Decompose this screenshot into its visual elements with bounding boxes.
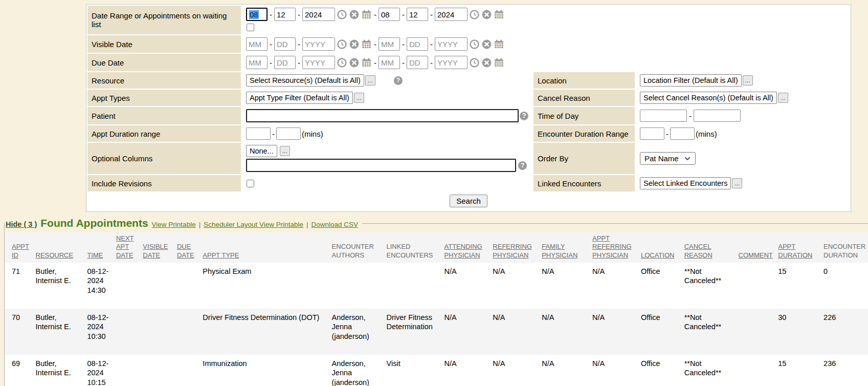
- date-separator: -: [269, 40, 273, 49]
- clock-icon[interactable]: [337, 58, 347, 68]
- due-date-from-mm-input[interactable]: [246, 56, 268, 69]
- optional-columns-more-button[interactable]: ...: [280, 146, 290, 156]
- link-separator: |: [199, 221, 201, 228]
- cell-next-apt-date: [114, 355, 141, 386]
- resource-select-button[interactable]: Select Resource(s) (Default is All): [246, 74, 364, 87]
- optional-columns-button[interactable]: None...: [246, 145, 277, 157]
- location-filter-button[interactable]: Location Filter (Default is All): [640, 74, 742, 87]
- column-header-next-apt-date[interactable]: NEXT APT DATE: [114, 232, 141, 263]
- scheduler-layout-view-printable-link[interactable]: Scheduler Layout View Printable: [204, 221, 303, 228]
- clock-icon[interactable]: [470, 58, 479, 68]
- date-range-to-dd-input[interactable]: [407, 8, 428, 21]
- column-header-attending-physician[interactable]: ATTENDING PHYSICIAN: [442, 232, 491, 263]
- clock-icon[interactable]: [337, 39, 347, 49]
- calendar-icon[interactable]: [494, 39, 504, 49]
- linked-encounters-more-button[interactable]: ...: [732, 178, 742, 188]
- due-date-from-dd-input[interactable]: [274, 56, 296, 69]
- resource-more-button[interactable]: ...: [365, 75, 375, 85]
- help-icon[interactable]: ?: [394, 76, 403, 85]
- column-header-appt-id[interactable]: APPT ID: [5, 232, 34, 263]
- visible-date-from-dd-input[interactable]: [274, 37, 296, 51]
- hide-results-link[interactable]: Hide ( 3 ): [6, 220, 37, 228]
- appt-duration-min-input[interactable]: [246, 127, 271, 140]
- cell-appt-id: 70: [5, 309, 34, 355]
- clock-icon[interactable]: [470, 39, 479, 49]
- appt-duration-max-input[interactable]: [276, 127, 301, 140]
- time-of-day-to-input[interactable]: [694, 110, 741, 122]
- clear-icon[interactable]: [482, 39, 492, 49]
- calendar-icon[interactable]: [362, 39, 371, 49]
- column-header-time[interactable]: TIME: [85, 232, 114, 263]
- appointment-row: 70Butler, Internist E.08-12-2024 10:30Dr…: [5, 309, 868, 355]
- column-header-comment[interactable]: COMMENT: [737, 232, 776, 263]
- cell-family-physician: N/A: [540, 355, 590, 386]
- date-range-from-mm-input[interactable]: 08: [246, 8, 268, 21]
- clear-icon[interactable]: [482, 10, 492, 19]
- cell-appt-referring-physician: N/A: [590, 355, 639, 386]
- column-header-appt-referring-physician[interactable]: APPT REFERRING PHYSICIAN: [590, 232, 639, 263]
- calendar-icon[interactable]: [362, 58, 371, 67]
- visible-date-from-mm-input[interactable]: [246, 37, 268, 51]
- appt-type-filter-button[interactable]: Appt Type Filter (Default is All): [246, 92, 353, 104]
- column-header-due-date[interactable]: DUE DATE: [175, 232, 201, 263]
- clear-icon[interactable]: [349, 39, 359, 49]
- calendar-icon[interactable]: [362, 10, 371, 19]
- column-header-appt-type[interactable]: APPT TYPE: [201, 232, 329, 263]
- clear-icon[interactable]: [482, 58, 492, 68]
- visible-date-to-dd-input[interactable]: [407, 37, 428, 51]
- column-header-referring-physician[interactable]: REFERRING PHYSICIAN: [491, 232, 540, 263]
- column-header-visible-date[interactable]: VISIBLE DATE: [141, 232, 175, 263]
- linked-encounters-select-button[interactable]: Select Linked Encounters: [640, 177, 731, 189]
- column-header-resource[interactable]: RESOURCE: [34, 232, 85, 263]
- download-csv-link[interactable]: Download CSV: [311, 221, 359, 228]
- cell-appt-duration: 30: [776, 309, 821, 355]
- include-revisions-checkbox[interactable]: [247, 180, 254, 187]
- help-icon[interactable]: ?: [518, 161, 527, 170]
- clear-icon[interactable]: [349, 10, 359, 19]
- encounter-duration-min-input[interactable]: [640, 127, 664, 140]
- encounter-duration-max-input[interactable]: [670, 127, 695, 140]
- date-range-from-dd-input[interactable]: [274, 8, 296, 21]
- appt-type-more-button[interactable]: ...: [354, 93, 364, 103]
- date-range-to-mm-input[interactable]: [379, 8, 400, 21]
- help-icon[interactable]: ?: [520, 112, 528, 120]
- optional-columns-input[interactable]: [246, 159, 516, 172]
- patient-input[interactable]: [246, 109, 519, 122]
- clear-icon[interactable]: [349, 58, 359, 68]
- appt-duration-units: (mins): [302, 130, 323, 138]
- column-header-location[interactable]: LOCATION: [639, 232, 682, 263]
- calendar-icon[interactable]: [494, 10, 504, 19]
- cancel-reason-select-button[interactable]: Select Cancel Reason(s) (Default is All): [640, 92, 777, 104]
- resource-label: Resource: [87, 72, 241, 89]
- clock-icon[interactable]: [337, 10, 347, 19]
- view-printable-link[interactable]: View Printable: [152, 221, 196, 228]
- calendar-icon[interactable]: [494, 58, 504, 67]
- due-date-to-dd-input[interactable]: [407, 56, 428, 69]
- cell-due-date: [175, 355, 201, 386]
- date-range-to-yyyy-input[interactable]: [435, 8, 468, 21]
- cell-attending-physician: N/A: [442, 263, 491, 309]
- visible-date-to-yyyy-input[interactable]: [435, 37, 468, 51]
- due-date-to-mm-input[interactable]: [379, 56, 400, 69]
- visible-date-from-yyyy-input[interactable]: [302, 37, 335, 51]
- search-button[interactable]: Search: [450, 195, 487, 207]
- location-more-button[interactable]: ...: [743, 75, 753, 85]
- cell-linked-encounters: Visit: [385, 355, 442, 386]
- cancel-reason-more-button[interactable]: ...: [778, 93, 788, 103]
- visible-date-to-mm-input[interactable]: [379, 37, 400, 51]
- cell-cancel-reason: **Not Canceled**: [682, 355, 737, 386]
- column-header-family-physician[interactable]: FAMILY PHYSICIAN: [540, 232, 590, 263]
- waiting-list-checkbox[interactable]: [247, 24, 254, 31]
- appointments-header-row: APPT IDRESOURCETIMENEXT APT DATEVISIBLE …: [5, 232, 868, 263]
- due-date-to-yyyy-input[interactable]: [435, 56, 468, 69]
- column-header-cancel-reason[interactable]: CANCEL REASON: [682, 232, 737, 263]
- column-header-appt-duration[interactable]: APPT DURATION: [776, 232, 821, 263]
- time-of-day-from-input[interactable]: [640, 110, 687, 122]
- date-range-from-yyyy-input[interactable]: [302, 8, 335, 21]
- cell-next-apt-date: [114, 309, 141, 355]
- due-date-label: Due Date: [87, 54, 241, 71]
- cell-referring-physician: N/A: [491, 263, 540, 309]
- clock-icon[interactable]: [470, 10, 479, 19]
- due-date-from-yyyy-input[interactable]: [302, 56, 335, 69]
- order-by-select[interactable]: Pat Name: [640, 152, 696, 165]
